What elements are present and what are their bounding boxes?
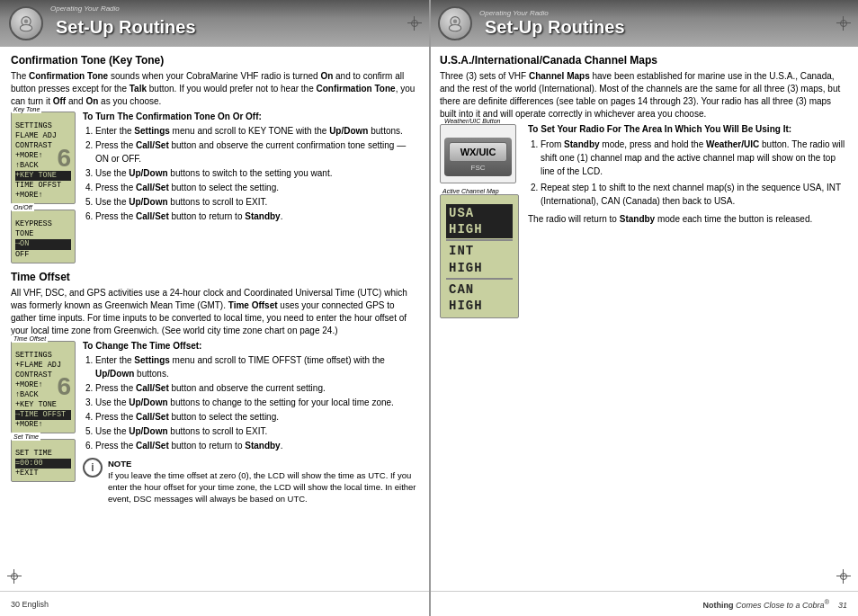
note-icon: i [83, 458, 103, 478]
lcd-keytone-label: Key Tone [12, 105, 41, 113]
note-content: NOTE If you leave the time offset at zer… [108, 458, 418, 505]
crosshair-left [407, 16, 422, 31]
weather-button-box: Weather/UIC Button WX/UIC FSC [440, 124, 516, 183]
section2-title: Time Offset [11, 271, 418, 283]
step-item: Press the Call/Set button to select the … [95, 181, 418, 194]
section-right-title: U.S.A./International/Canada Channel Maps [440, 54, 847, 67]
right-banner-title: Set-Up Routines [485, 17, 625, 38]
left-banner: Operating Your Radio Set-Up Routines [0, 0, 429, 47]
right-footer-text: Nothing Comes Close to a Cobra® 31 [702, 598, 847, 610]
center-divider [429, 0, 431, 616]
section-right-body: Three (3) sets of VHF Channel Maps have … [440, 70, 847, 121]
section2-instructions: To Change The Time Offset: Enter the Set… [83, 341, 418, 505]
right-instructions: To Set Your Radio For The Area In Which … [528, 124, 847, 318]
note-box: i NOTE If you leave the time offset at z… [83, 458, 418, 505]
weather-button-label: Weather/UIC Button [442, 118, 503, 124]
right-steps-list: From Standby mode, press and hold the We… [541, 138, 847, 208]
wx-uic-button[interactable]: WX/UIC [449, 142, 507, 162]
step-item: Press the Call/Set button and observe th… [95, 381, 418, 395]
section1-instructions: To Turn The Confirmation Tone On Or Off:… [83, 112, 418, 263]
right-instr-title: To Set Your Radio For The Area In Which … [528, 124, 847, 134]
section1-instruction-block: Key Tone 6 SETTINGS FLAME ADJ CONTRAST +… [11, 112, 418, 263]
footer-trademark: ® [824, 598, 829, 606]
channel-map-lcd: Active Channel Map USA HIGH INT HIGH CAN… [440, 194, 519, 318]
lcd-timeoffset: Time Offset 6 SETTINGS +FLAME ADJ CONTRA… [11, 341, 76, 433]
left-footer: 30 English [0, 591, 429, 616]
section1-title: Confirmation Tone (Key Tone) [11, 54, 418, 67]
step-item: Enter the Settings menu and scroll to TI… [95, 353, 418, 380]
channel-divider [446, 239, 513, 241]
left-banner-title: Set-Up Routines [56, 17, 196, 38]
svg-point-4 [449, 24, 460, 31]
section1-instr-title: To Turn The Confirmation Tone On Or Off: [83, 112, 418, 121]
step-item: Press the Call/Set button and observe th… [95, 138, 418, 165]
lcd-settime-label: Set Time [12, 433, 40, 441]
right-banner-label: Operating Your Radio [479, 9, 625, 17]
right-footer: Nothing Comes Close to a Cobra® 31 [429, 591, 858, 616]
right-content: U.S.A./International/Canada Channel Maps… [429, 47, 858, 591]
right-page-number: 31 [838, 601, 847, 610]
wx-button-container: WX/UIC FSC [444, 138, 512, 176]
step-item: Press the Call/Set button to return to S… [95, 439, 418, 452]
step-item: Repeat step 1 to shift to the next chann… [541, 181, 847, 208]
lcd-keytone: Key Tone 6 SETTINGS FLAME ADJ CONTRAST +… [11, 112, 76, 204]
lcd-timeoffset-label: Time Offset [12, 335, 48, 343]
section2-body: All VHF, DSC, and GPS activities use a 2… [11, 287, 418, 337]
channel-line-can: CAN HIGH [446, 281, 513, 315]
channel-map-label: Active Channel Map [441, 188, 501, 194]
step-item: Use the Up/Down buttons to scroll to EXI… [95, 424, 418, 438]
step-item: Press the Call/Set button to select the … [95, 410, 418, 424]
section1-body: The Confirmation Tone sounds when your C… [11, 70, 418, 108]
page-container: Operating Your Radio Set-Up Routines Con… [0, 0, 858, 616]
step-item: From Standby mode, press and hold the We… [541, 138, 847, 178]
section2-instruction-block: Time Offset 6 SETTINGS +FLAME ADJ CONTRA… [11, 341, 418, 505]
right-banner-icon [438, 6, 472, 40]
crosshair-right [836, 16, 851, 31]
step-item: Use the Up/Down buttons to scroll to EXI… [95, 195, 418, 209]
left-half: Operating Your Radio Set-Up Routines Con… [0, 0, 429, 616]
right-banner: Operating Your Radio Set-Up Routines [429, 0, 858, 47]
crosshair-bottom-right [836, 569, 851, 584]
left-banner-label: Operating Your Radio [50, 4, 196, 13]
left-banner-icon [9, 6, 43, 40]
step-item: Press the Call/Set button to return to S… [95, 210, 418, 223]
channel-map-section: Weather/UIC Button WX/UIC FSC Active Cha… [440, 124, 847, 318]
channel-divider2 [446, 278, 513, 280]
channel-lcd-container: Weather/UIC Button WX/UIC FSC Active Cha… [440, 124, 519, 318]
step-item: Use the Up/Down buttons to switch to the… [95, 166, 418, 180]
crosshair-bottom-left [7, 569, 22, 584]
section2-instr-title: To Change The Time Offset: [83, 341, 418, 351]
step-item: Use the Up/Down buttons to change to the… [95, 396, 418, 409]
section2-steps-list: Enter the Settings menu and scroll to TI… [95, 353, 418, 452]
channel-line-int: INT HIGH [446, 242, 513, 276]
lcd-onoff-label: On/Off [12, 203, 34, 211]
svg-point-5 [453, 20, 457, 23]
section1-steps-list: Enter the Settings menu and scroll to KE… [95, 124, 418, 223]
lcd-onoff: On/Off KEYPRESS TONE →ON OFF [11, 210, 76, 263]
right-half: Operating Your Radio Set-Up Routines U.S… [429, 0, 858, 616]
step-item: Enter the Settings menu and scroll to KE… [95, 124, 418, 138]
svg-point-2 [24, 20, 28, 23]
svg-point-1 [20, 24, 31, 31]
standby-note: The radio will return to Standby mode ea… [528, 213, 847, 226]
fsc-label: FSC [449, 164, 507, 172]
channel-line-usa: USA HIGH [446, 204, 513, 238]
left-page-number: 30 English [11, 600, 49, 609]
lcd-settime: Set Time SET TIME =00:00 +EXIT [11, 439, 76, 482]
footer-nothing: Nothing [702, 601, 733, 610]
footer-suffix: Comes Close to a Cobra [733, 601, 824, 610]
left-content: Confirmation Tone (Key Tone) The Confirm… [0, 47, 429, 591]
